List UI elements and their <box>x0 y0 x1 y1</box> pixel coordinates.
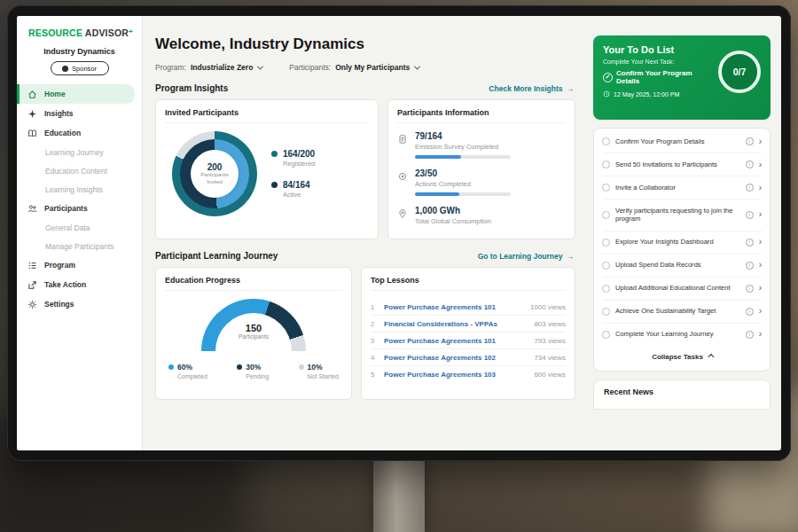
check-more-insights-link[interactable]: Check More Insights <box>489 84 574 93</box>
task-row-achieve-target[interactable]: Achieve One Sustainability Target <box>602 301 762 324</box>
lesson-views: 1000 views <box>530 303 566 311</box>
sidebar-item-learning-insights[interactable]: Learning Insights <box>17 180 135 199</box>
task-row-verify-participants[interactable]: Verify participants requesting to join t… <box>602 200 762 231</box>
sidebar-item-label: Take Action <box>44 280 86 289</box>
checkbox-circle[interactable] <box>602 262 610 270</box>
participants-value: Only My Participants <box>335 63 410 72</box>
info-icon[interactable] <box>746 308 754 316</box>
brand-part2: ADVISOR <box>85 27 129 38</box>
gauge-center: 150 Participants <box>201 323 306 340</box>
task-row-invite-collaborator[interactable]: Invite a Collaborator <box>602 176 762 200</box>
sidebar-item-label: Home <box>44 90 66 98</box>
task-row-explore-insights[interactable]: Explore Your Insights Dashboard <box>602 231 762 254</box>
info-icon[interactable] <box>746 137 754 145</box>
legend-item: 30% Pending <box>237 363 269 379</box>
gauge-value: 150 <box>201 323 306 333</box>
collapse-tasks-link[interactable]: Collapse Tasks <box>602 346 762 369</box>
stat-label: Actions Completed <box>415 180 511 188</box>
info-icon[interactable] <box>746 211 754 219</box>
task-row-complete-learning-journey[interactable]: Complete Your Learning Journey <box>602 324 762 346</box>
task-row-upload-educational-content[interactable]: Upload Additional Educational Content <box>602 278 762 301</box>
lesson-link[interactable]: Power Purchase Agreements 102 <box>384 354 528 362</box>
legend-label: Registered <box>283 160 315 168</box>
sidebar-item-label: Education <box>44 129 81 137</box>
chevron-right-icon <box>759 184 762 192</box>
lesson-link[interactable]: Power Purchase Agreements 101 <box>384 337 528 345</box>
participants-select[interactable]: Participants: Only My Participants <box>289 63 419 72</box>
sidebar-item-general-data[interactable]: General Data <box>17 218 135 237</box>
legend-dot-completed <box>168 364 174 370</box>
sidebar-item-participants[interactable]: Participants <box>17 199 135 218</box>
legend-item: 84/164 Active <box>271 180 315 199</box>
info-icon[interactable] <box>746 331 754 339</box>
todo-next-task[interactable]: Confirm Your Program Details <box>603 69 714 85</box>
todo-progress-ring: 0/7 <box>718 51 761 93</box>
lesson-link[interactable]: Power Purchase Agreements 101 <box>384 303 524 311</box>
info-icon[interactable] <box>746 239 754 246</box>
stat-row: 23/50 Actions Completed <box>397 168 566 196</box>
chevron-right-icon <box>759 238 762 246</box>
brand-plus: + <box>129 27 133 35</box>
task-row-confirm-program[interactable]: Confirm Your Program Details <box>602 130 762 153</box>
info-icon[interactable] <box>746 184 754 192</box>
sidebar-item-home[interactable]: Home <box>17 84 135 104</box>
brand-part1: RESOURCE <box>28 27 82 38</box>
sidebar-item-insights[interactable]: Insights <box>17 104 135 123</box>
chevron-right-icon <box>759 261 762 270</box>
sponsor-badge[interactable]: Sponsor <box>51 61 109 75</box>
info-icon[interactable] <box>746 285 754 293</box>
info-icon[interactable] <box>746 160 754 168</box>
stat-label: Emission Survey Completed <box>415 143 511 151</box>
home-icon <box>27 90 37 99</box>
page-title: Welcome, Industry Dynamics <box>155 35 575 53</box>
legend-label: Active <box>283 191 310 199</box>
todo-next-task-label: Confirm Your Program Details <box>616 69 714 85</box>
go-to-learning-journey-link[interactable]: Go to Learning Journey <box>478 252 574 261</box>
checkbox-circle[interactable] <box>602 331 610 339</box>
monitor-bezel: RESOURCE ADVISOR+ Industry Dynamics Spon… <box>7 5 791 461</box>
checkbox-circle[interactable] <box>602 137 610 145</box>
checkbox-circle[interactable] <box>602 184 610 192</box>
checkbox-circle[interactable] <box>602 285 610 293</box>
legend-label: Pending <box>246 373 269 379</box>
sidebar-item-manage-participants[interactable]: Manage Participants <box>17 237 135 255</box>
task-row-upload-spend-data[interactable]: Upload Spend Data Records <box>602 254 762 278</box>
legend-label: Not Started <box>308 373 339 379</box>
invited-participants-donut-chart: 200 Participants Invited <box>172 131 257 216</box>
lesson-link[interactable]: Financial Considerations - VPPAs <box>384 320 528 328</box>
sidebar-item-settings[interactable]: Settings <box>17 294 135 314</box>
lesson-link[interactable]: Power Purchase Agreements 103 <box>384 371 528 379</box>
sidebar-item-label: Insights <box>44 109 74 118</box>
actions-progress-bar <box>415 192 511 196</box>
main-content: Welcome, Industry Dynamics Program: Indu… <box>143 16 584 450</box>
task-row-send-invitations[interactable]: Send 50 Invitations to Participants <box>602 153 762 176</box>
sidebar-item-learning-journey[interactable]: Learning Journey <box>17 143 135 161</box>
donut-center-value: 200 <box>207 162 223 172</box>
card-title: Top Lessons <box>371 276 566 291</box>
checkbox-circle[interactable] <box>602 308 610 316</box>
info-icon[interactable] <box>746 262 754 270</box>
legend-dot-pending <box>237 364 242 370</box>
sidebar-item-education[interactable]: Education <box>17 123 135 143</box>
chevron-right-icon <box>759 330 762 339</box>
sidebar-item-program[interactable]: Program <box>17 255 135 275</box>
lesson-views: 803 views <box>534 320 566 328</box>
sidebar-item-education-content[interactable]: Education Content <box>17 161 135 180</box>
legend-dot-not-started <box>299 364 304 370</box>
lesson-row: 3 Power Purchase Agreements 101 793 view… <box>371 332 566 349</box>
lesson-row: 4 Power Purchase Agreements 102 734 view… <box>371 349 566 366</box>
checkbox-circle[interactable] <box>602 160 610 168</box>
sidebar-item-take-action[interactable]: Take Action <box>17 275 135 294</box>
program-select[interactable]: Program: Industrialize Zero <box>155 63 262 72</box>
checkbox-circle[interactable] <box>602 239 610 246</box>
lesson-rank: 5 <box>371 371 378 379</box>
checkbox-circle[interactable] <box>602 211 610 219</box>
section-title: Program Insights <box>155 83 228 93</box>
chevron-right-icon <box>759 160 762 169</box>
lesson-rank: 1 <box>371 303 378 311</box>
card-title: Invited Participants <box>165 108 369 123</box>
legend-item: 60% Completed <box>168 363 207 379</box>
lesson-views: 734 views <box>534 354 566 362</box>
sidebar-item-label: Settings <box>44 300 74 309</box>
book-icon <box>27 129 37 138</box>
